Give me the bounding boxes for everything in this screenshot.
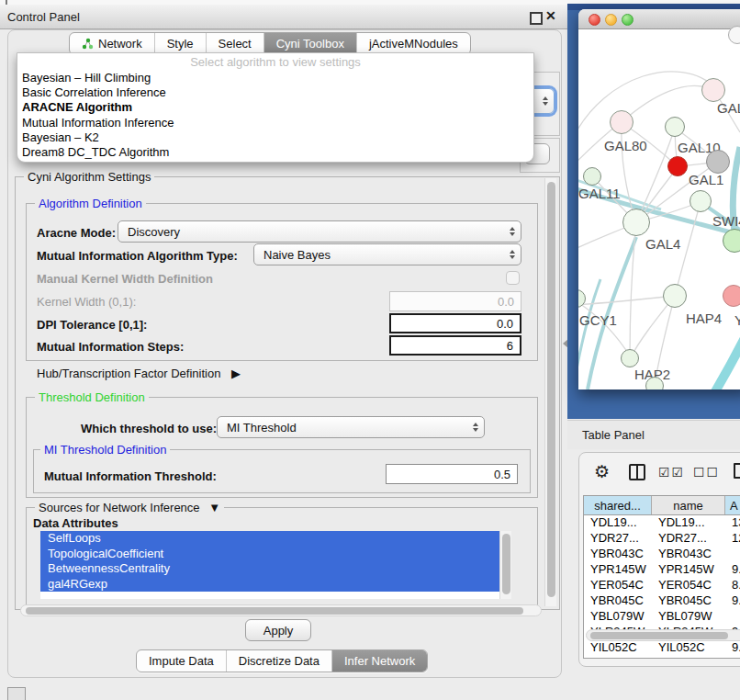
network-node-gal11[interactable] [583,167,601,186]
table-cell: 13 [725,515,740,531]
network-node-red-node[interactable] [667,156,688,176]
kernel-width-field[interactable]: 0.0 [389,291,521,311]
network-node-gal80[interactable] [610,110,633,134]
mi-threshold-field[interactable]: 0.5 [386,464,518,484]
minimize-traffic-light[interactable] [605,14,617,26]
sources-legend[interactable]: Sources for Network Inference ▼ [35,501,224,514]
collapse-arrow-icon[interactable]: ▼ [208,501,220,514]
table-row[interactable]: YDR27...YDR27...12 [584,531,740,547]
network-node-label: GAL11 [578,186,621,201]
tab-select[interactable]: Select [207,33,264,54]
network-node-swi4[interactable] [723,229,740,253]
tab-infer-network[interactable]: Infer Network [332,650,427,672]
attributes-vscrollbar[interactable] [499,531,511,599]
attributes-vscroll-thumb[interactable] [502,534,510,594]
table-cell: YBR043C [652,547,725,562]
column-header-name[interactable]: name [652,496,725,514]
close-icon[interactable]: ✕ [545,8,556,23]
tab-style[interactable]: Style [155,33,207,54]
bottom-grip-icon[interactable] [7,687,26,700]
close-traffic-light[interactable] [589,14,600,26]
settings-hscroll-thumb[interactable] [26,607,523,615]
table-cell: 9. [725,640,740,656]
network-node-label: GAL80 [604,138,647,153]
attribute-item[interactable]: SelfLoops [40,531,499,547]
table-row[interactable]: YBR045CYBR045C9. [584,593,740,609]
dropdown-item[interactable]: Bayesian – Hill Climbing [17,71,533,85]
table-panel-titlebar: Table Panel [567,420,740,449]
table-row[interactable]: YBR043CYBR043C [584,547,740,562]
settings-hscrollbar[interactable] [20,604,542,616]
network-node-hap4[interactable] [663,284,687,308]
network-canvas[interactable]: GALGAL80GAL10GAL1GAL11SWI4GAL4GCY1HAP4YH… [578,29,740,390]
network-node-label: GAL [717,100,740,116]
table-hscroll-thumb[interactable] [590,632,728,639]
attribute-item[interactable]: gal4RGexp [40,577,499,593]
network-node-label: GAL4 [645,236,680,252]
select-all-checkboxes-icon[interactable]: ☑☑ [658,465,685,480]
manual-kernel-checkbox[interactable] [506,271,520,285]
threshold-definition-legend: Threshold Definition [35,390,149,404]
data-attributes-list[interactable]: SelfLoopsTopologicalCoefficientBetweenne… [40,531,499,599]
expand-arrow-icon[interactable]: ▶ [231,367,241,380]
table-row[interactable]: YPR145WYPR145W9. [584,562,740,578]
dropdown-item[interactable]: Bayesian – K2 [17,130,533,145]
network-window[interactable]: GALGAL80GAL10GAL1GAL11SWI4GAL4GCY1HAP4YH… [578,9,740,390]
columns-icon[interactable] [629,464,645,480]
which-threshold-combo[interactable]: MI Threshold [217,416,485,438]
settings-vscroll-thumb[interactable] [547,182,555,597]
tab-jactivemnodules[interactable]: jActiveMNodules [357,33,470,54]
table-row[interactable]: YDL19...YDL19...13 [584,515,740,531]
network-node-hap2[interactable] [621,349,639,367]
gear-icon[interactable]: ⚙ [594,461,610,482]
float-window-icon[interactable] [530,12,543,25]
tab-cyni-toolbox[interactable]: Cyni Toolbox [264,33,357,54]
apply-button[interactable]: Apply [245,619,311,641]
tab-discretize-data[interactable]: Discretize Data [227,650,332,672]
dropdown-item[interactable]: ARACNE Algorithm [17,100,533,115]
document-icon[interactable] [734,463,740,479]
table-row[interactable]: YER054CYER054C8. [584,578,740,593]
combo-spinner-icon [473,423,478,432]
mi-type-combo[interactable]: Naive Bayes [253,243,521,265]
table-panel: ⚙ ☑☑ ☐☐ shared... name A YDL19...YDL19..… [578,452,740,667]
table-row[interactable]: YIL052CYIL052C9. [584,640,740,656]
table-hscrollbar[interactable] [586,629,740,641]
network-node-gal2[interactable] [701,78,725,102]
table-cell: 8. [725,578,740,593]
network-node-gal10[interactable] [665,117,685,137]
aracne-mode-combo[interactable]: Discovery [118,220,521,243]
network-node-gcy1[interactable] [578,289,586,308]
zoom-traffic-light[interactable] [622,14,633,26]
cyni-settings-legend: Cyni Algorithm Settings [24,170,154,184]
network-node-gal4[interactable] [622,209,650,236]
combo-spinner-icon [510,227,515,236]
network-node-partial-top[interactable] [728,26,740,44]
network-node-label: GCY1 [579,312,617,328]
which-threshold-label: Which threshold to use: [81,422,217,435]
network-window-titlebar[interactable] [578,9,740,29]
hub-factor-label[interactable]: Hub/Transcription Factor Definition ▶ [37,367,241,380]
network-node-salmon-node[interactable] [723,285,740,307]
dropdown-item[interactable]: Basic Correlation Inference [17,85,533,100]
network-icon [82,38,94,50]
attribute-item[interactable]: BetweennessCentrality [40,561,499,577]
settings-vscrollbar[interactable] [544,178,556,606]
column-header-shared[interactable]: shared... [584,496,652,514]
column-header-partial[interactable]: A [725,496,740,514]
network-node-gray-node[interactable] [706,150,730,174]
combo-spinner-icon [510,250,515,259]
network-nodes-layer: GALGAL80GAL10GAL1GAL11SWI4GAL4GCY1HAP4YH… [578,29,740,390]
tab-impute-data[interactable]: Impute Data [137,650,227,672]
table-row[interactable]: YBL079WYBL079W [584,609,740,625]
mi-steps-field[interactable]: 6 [389,335,521,356]
attribute-item[interactable]: TopologicalCoefficient [40,547,499,562]
deselect-all-checkboxes-icon[interactable]: ☐☐ [693,465,720,480]
dropdown-item[interactable]: Dream8 DC_TDC Algorithm [17,145,533,160]
dpi-tolerance-field[interactable]: 0.0 [389,313,521,333]
tab-network[interactable]: Network [70,33,155,54]
dropdown-item-list: Bayesian – Hill ClimbingBasic Correlatio… [17,71,533,160]
dropdown-item[interactable]: Mutual Information Inference [17,116,533,130]
network-node-gal1[interactable] [690,190,712,212]
network-node-bottom-node[interactable] [645,377,664,390]
